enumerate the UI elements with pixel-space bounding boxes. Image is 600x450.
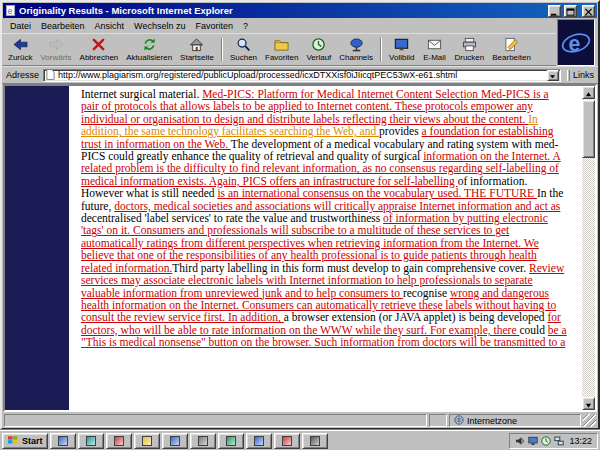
menu-item-favoriten[interactable]: Favoriten	[190, 20, 238, 32]
scrollbar-thumb[interactable]	[582, 100, 595, 158]
forward-icon	[49, 37, 64, 52]
print-button[interactable]: Drucken	[450, 35, 488, 64]
channels-button[interactable]: Channels	[335, 35, 377, 64]
taskbar-apps	[50, 433, 328, 449]
text-run: Internet surgical material.	[81, 88, 202, 100]
search-icon	[236, 37, 251, 52]
taskbar: Start 13:22	[0, 430, 600, 450]
home-button[interactable]: Startseite	[176, 35, 218, 64]
menu-item-ansicht[interactable]: Ansicht	[90, 20, 130, 32]
channels-icon	[349, 37, 364, 52]
address-url[interactable]: http://www.plagiarism.org/registered/pub…	[58, 70, 544, 80]
toolbar-button-label: Aktualisieren	[126, 53, 172, 62]
toolbar-button-label: Suchen	[230, 53, 257, 62]
status-zone-label: Internetzone	[467, 416, 517, 426]
windows-logo-icon	[7, 435, 19, 447]
fullscreen-button[interactable]: Vollbild	[385, 35, 418, 64]
app-icon	[254, 436, 264, 446]
mail-icon	[427, 37, 442, 52]
address-input[interactable]: http://www.plagiarism.org/registered/pub…	[43, 69, 561, 82]
app-icon	[86, 436, 96, 446]
svg-text:e: e	[8, 7, 13, 16]
app-icon	[198, 436, 208, 446]
maximize-button[interactable]	[564, 5, 577, 17]
taskbar-app-button[interactable]	[302, 433, 328, 449]
taskbar-app-button[interactable]	[246, 433, 272, 449]
menu-item-wechseln-zu[interactable]: Wechseln zu	[129, 20, 190, 32]
page-content: Internet surgical material. Med-PICS: Pl…	[3, 84, 597, 412]
back-icon	[13, 37, 28, 52]
status-bar: Internetzone	[2, 412, 598, 428]
app-icon	[114, 436, 124, 446]
stop-button[interactable]: Abbrechen	[76, 35, 123, 64]
scroll-down-button[interactable]	[582, 397, 595, 410]
links-label[interactable]: Links	[573, 70, 594, 80]
menu-bar: DateiBearbeitenAnsichtWechseln zuFavorit…	[2, 19, 556, 33]
mail-button[interactable]: E-Mail	[418, 35, 450, 64]
text-run: recognise	[403, 287, 450, 299]
history-button[interactable]: Verlauf	[302, 35, 335, 64]
volume-icon[interactable]	[515, 436, 525, 446]
menu-item-bearbeiten[interactable]: Bearbeiten	[36, 20, 90, 32]
tray-clock: 13:22	[567, 436, 592, 446]
toolbar-button-label: Abbrechen	[80, 53, 119, 62]
menu-item-hilfe[interactable]: ?	[238, 20, 253, 32]
plagiarism-link[interactable]: is an international consensus on the voc…	[217, 187, 537, 199]
taskbar-app-button[interactable]	[134, 433, 160, 449]
taskbar-app-button[interactable]	[190, 433, 216, 449]
text-run: provides	[379, 125, 421, 137]
start-label: Start	[22, 436, 43, 446]
close-button[interactable]	[582, 5, 595, 17]
back-button[interactable]: Zurück	[4, 35, 36, 64]
search-button[interactable]: Suchen	[226, 35, 261, 64]
maximize-icon	[566, 2, 575, 20]
app-icon	[58, 436, 68, 446]
refresh-button[interactable]: Aktualisieren	[122, 35, 176, 64]
taskbar-app-button[interactable]	[106, 433, 132, 449]
stop-icon	[91, 37, 106, 52]
refresh-icon	[142, 37, 157, 52]
edit-button[interactable]: Bearbeiten	[488, 35, 535, 64]
resize-grip[interactable]	[583, 414, 596, 427]
app-icon	[282, 436, 292, 446]
status-zone-panel: Internetzone	[449, 414, 581, 427]
dropdown-arrow-icon	[549, 66, 556, 84]
toolbar-button-label: Drucken	[454, 53, 484, 62]
toolbar-button-label: Channels	[339, 53, 373, 62]
plagiarism-link[interactable]: doctors, medical societies and associati…	[114, 200, 560, 212]
address-label: Adresse	[6, 70, 39, 80]
taskbar-app-button[interactable]	[218, 433, 244, 449]
links-grip[interactable]	[567, 70, 570, 81]
status-message-panel	[4, 414, 427, 427]
taskbar-app-button[interactable]	[162, 433, 188, 449]
scroll-up-button[interactable]	[582, 86, 595, 99]
title-bar[interactable]: e Originality Results - Microsoft Intern…	[3, 3, 597, 18]
system-tray: 13:22	[509, 433, 598, 449]
favorites-icon	[274, 37, 289, 52]
taskbar-app-button[interactable]	[50, 433, 76, 449]
toolbar-button-label: E-Mail	[423, 53, 446, 62]
links-band[interactable]: Links	[565, 70, 594, 81]
schedule-icon[interactable]	[541, 436, 551, 446]
toolbar: ZurückVorwärtsAbbrechenAktualisierenStar…	[2, 33, 556, 66]
toolbar-button-label: Vorwärts	[40, 53, 71, 62]
taskbar-app-button[interactable]	[78, 433, 104, 449]
app-icon	[226, 436, 236, 446]
page-sidebar-strip	[5, 86, 69, 410]
favorites-button[interactable]: Favoriten	[261, 35, 302, 64]
start-button[interactable]: Start	[2, 433, 48, 449]
taskbar-app-button[interactable]	[274, 433, 300, 449]
menu-item-datei[interactable]: Datei	[5, 20, 36, 32]
display-icon[interactable]	[528, 436, 538, 446]
minimize-button[interactable]	[548, 5, 561, 17]
vertical-scrollbar[interactable]	[582, 86, 595, 410]
scrollbar-track[interactable]	[582, 99, 595, 397]
toolbar-button-label: Zurück	[8, 53, 32, 62]
toolbar-button-label: Bearbeiten	[492, 53, 531, 62]
address-dropdown-button[interactable]	[547, 70, 559, 81]
network-icon[interactable]	[554, 436, 564, 446]
scroll-down-icon	[585, 395, 592, 413]
edit-icon	[504, 37, 519, 52]
toolbar-separator	[380, 38, 382, 61]
close-icon	[584, 2, 593, 20]
